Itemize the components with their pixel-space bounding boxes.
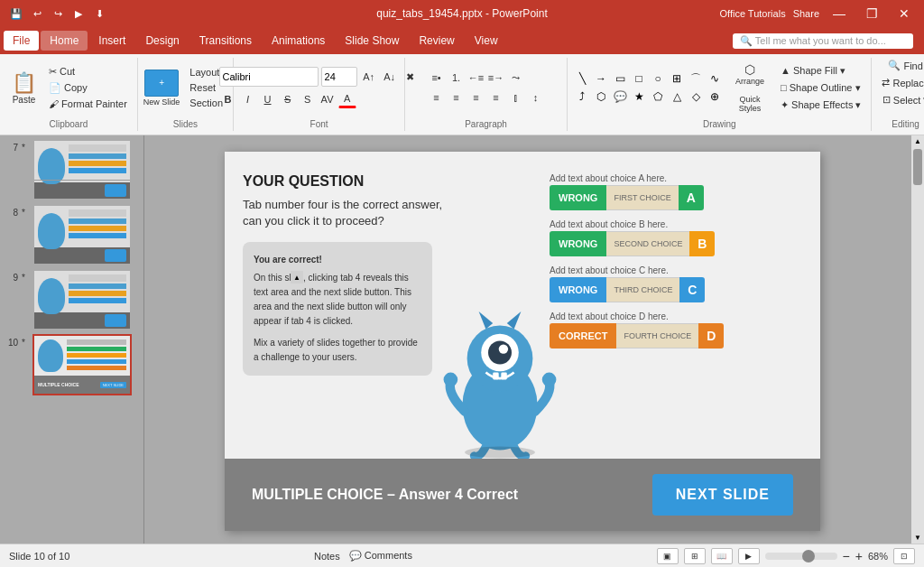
increase-indent-button[interactable]: ≡→ bbox=[487, 69, 505, 87]
select-button[interactable]: ⊡ Select ▾ bbox=[878, 92, 924, 107]
fit-slide-button[interactable]: ⊡ bbox=[893, 548, 915, 564]
choice-d-button[interactable]: CORRECT FOURTH CHOICE D bbox=[550, 323, 802, 349]
shape-rect-button[interactable]: ▭ bbox=[611, 70, 629, 87]
find-button[interactable]: 🔍 Find bbox=[883, 58, 924, 73]
shape-oval-button[interactable]: ○ bbox=[649, 70, 667, 87]
shape-fill-button[interactable]: ▲ Shape Fill ▾ bbox=[776, 63, 865, 79]
justify-button[interactable]: ≡ bbox=[487, 88, 505, 107]
new-slide-button[interactable]: + bbox=[144, 70, 179, 97]
choice-b-button[interactable]: WRONG SECOND CHOICE B bbox=[550, 231, 802, 256]
reading-view-button[interactable]: 📖 bbox=[711, 548, 733, 564]
smartart-button[interactable]: ⤳ bbox=[507, 69, 525, 87]
shadow-button[interactable]: S bbox=[299, 90, 317, 108]
zoom-out-button[interactable]: − bbox=[843, 549, 850, 563]
numbering-button[interactable]: 1. bbox=[448, 69, 466, 87]
shape-rect2-button[interactable]: □ bbox=[630, 70, 648, 87]
cut-button[interactable]: ✂ Cut bbox=[44, 64, 132, 79]
zoom-slider[interactable] bbox=[765, 553, 837, 560]
menu-slideshow[interactable]: Slide Show bbox=[336, 31, 408, 51]
format-painter-button[interactable]: 🖌 Format Painter bbox=[44, 97, 132, 111]
line-spacing-button[interactable]: ↕ bbox=[527, 88, 545, 107]
italic-button[interactable]: I bbox=[239, 90, 257, 108]
replace-button[interactable]: ⇄ Replace bbox=[877, 75, 924, 90]
shape-triangle-button[interactable]: △ bbox=[668, 88, 686, 105]
font-family-selector[interactable] bbox=[219, 67, 319, 87]
slideshow-view-button[interactable]: ▶ bbox=[738, 548, 760, 564]
shape-extra-button[interactable]: ⊕ bbox=[706, 88, 724, 105]
choice-a-button[interactable]: WRONG FIRST CHOICE A bbox=[550, 185, 802, 210]
question-title: YOUR QUESTION bbox=[243, 173, 459, 190]
shape-curve-button[interactable]: ⌒ bbox=[687, 70, 705, 87]
slide-thumbnail-8[interactable]: 8 * bbox=[4, 204, 140, 265]
menu-design[interactable]: Design bbox=[136, 31, 188, 51]
quick-styles-button[interactable]: Quick Styles bbox=[727, 91, 772, 116]
shape-more-button[interactable]: ⊞ bbox=[668, 70, 686, 87]
align-right-button[interactable]: ≡ bbox=[467, 88, 485, 107]
scroll-up-arrow[interactable]: ▲ bbox=[914, 137, 921, 145]
menu-insert[interactable]: Insert bbox=[89, 31, 134, 51]
font-color-button[interactable]: A bbox=[338, 90, 356, 108]
shape-diamond-button[interactable]: ◇ bbox=[687, 88, 705, 105]
slide-top-area: YOUR QUESTION Tab number four is the cor… bbox=[225, 152, 820, 459]
redo-icon[interactable]: ↪ bbox=[49, 5, 67, 23]
decrease-font-button[interactable]: A↓ bbox=[381, 68, 399, 86]
minimize-button[interactable]: — bbox=[827, 5, 852, 23]
arrange-button[interactable]: ⬡ Arrange bbox=[727, 59, 772, 89]
slide-thumbnail-7[interactable]: 7 * bbox=[4, 139, 140, 200]
slide-thumbnail-10[interactable]: 10 * MULTIPLE CHOICE NEXT SLIDE bbox=[4, 334, 140, 395]
slide-thumbnail-9[interactable]: 9 * bbox=[4, 269, 140, 330]
decrease-indent-button[interactable]: ←≡ bbox=[467, 69, 485, 87]
normal-view-button[interactable]: ▣ bbox=[657, 548, 679, 564]
share-button[interactable]: Share bbox=[793, 8, 819, 19]
close-button[interactable]: ✕ bbox=[892, 5, 917, 23]
shape-line-button[interactable]: ╲ bbox=[573, 70, 591, 87]
slide-sorter-button[interactable]: ⊞ bbox=[684, 548, 706, 564]
choice-b-label: Add text about choice B here. bbox=[550, 219, 802, 229]
bullets-button[interactable]: ≡• bbox=[428, 69, 446, 87]
comments-button[interactable]: 💬 Comments bbox=[349, 550, 412, 562]
align-left-button[interactable]: ≡ bbox=[428, 88, 446, 107]
scroll-up-button[interactable]: ▲ bbox=[291, 271, 303, 284]
choice-d-letter: D bbox=[698, 323, 724, 349]
shape-freeform-button[interactable]: ∿ bbox=[706, 70, 724, 87]
shape-effects-button[interactable]: ✦ Shape Effects ▾ bbox=[776, 98, 865, 113]
office-tutorials-link[interactable]: Office Tutorials bbox=[719, 8, 785, 19]
copy-button[interactable]: 📄 Copy bbox=[44, 80, 132, 96]
shape-chevron-button[interactable]: ⬡ bbox=[592, 88, 610, 105]
menu-animations[interactable]: Animations bbox=[263, 31, 334, 51]
right-scrollbar[interactable]: ▲ ▼ bbox=[911, 135, 924, 544]
zoom-thumb[interactable] bbox=[802, 550, 815, 562]
more-icon[interactable]: ⬇ bbox=[90, 5, 108, 23]
present-icon[interactable]: ▶ bbox=[69, 5, 88, 23]
notes-button[interactable]: Notes bbox=[314, 551, 340, 562]
menu-home[interactable]: Home bbox=[41, 31, 88, 51]
columns-button[interactable]: ⫿ bbox=[507, 88, 525, 107]
help-input[interactable]: 🔍 Tell me what you want to do... bbox=[740, 35, 886, 47]
choice-c-button[interactable]: WRONG THIRD CHOICE C bbox=[550, 277, 802, 302]
shape-outline-button[interactable]: □ Shape Outline ▾ bbox=[776, 80, 865, 96]
bold-button[interactable]: B bbox=[219, 90, 237, 108]
menu-review[interactable]: Review bbox=[410, 31, 463, 51]
shape-arrow-button[interactable]: → bbox=[592, 70, 610, 87]
strikethrough-button[interactable]: S bbox=[279, 90, 297, 108]
scroll-down-arrow[interactable]: ▼ bbox=[914, 534, 921, 542]
maximize-button[interactable]: ❐ bbox=[859, 5, 884, 23]
shape-star-button[interactable]: ★ bbox=[630, 88, 648, 105]
save-icon[interactable]: 💾 bbox=[7, 5, 25, 23]
next-slide-button[interactable]: NEXT SLIDE bbox=[652, 474, 793, 516]
menu-file[interactable]: File bbox=[4, 31, 39, 51]
font-size-input[interactable] bbox=[321, 67, 357, 87]
increase-font-button[interactable]: A↑ bbox=[360, 68, 378, 86]
menu-view[interactable]: View bbox=[466, 31, 507, 51]
scroll-thumb[interactable] bbox=[913, 149, 922, 185]
shape-pentagon-button[interactable]: ⬠ bbox=[649, 88, 667, 105]
spacing-button[interactable]: AV bbox=[319, 90, 337, 108]
shape-connector-button[interactable]: ⤴ bbox=[573, 88, 591, 105]
paste-button[interactable]: 📋 Paste bbox=[5, 67, 42, 109]
undo-icon[interactable]: ↩ bbox=[28, 5, 46, 23]
shape-callout-button[interactable]: 💬 bbox=[611, 88, 629, 105]
zoom-in-button[interactable]: + bbox=[855, 549, 863, 563]
align-center-button[interactable]: ≡ bbox=[448, 88, 466, 107]
menu-transitions[interactable]: Transitions bbox=[190, 31, 261, 51]
underline-button[interactable]: U bbox=[259, 90, 277, 108]
